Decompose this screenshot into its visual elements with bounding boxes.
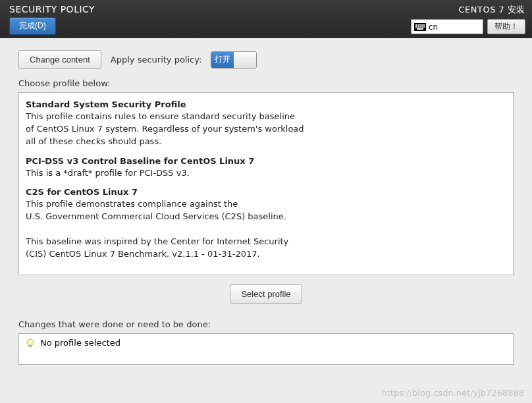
top-bar-right: CENTOS 7 安装 cn 帮助！ xyxy=(411,4,525,34)
profile-item[interactable]: Standard System Security Profile This pr… xyxy=(26,97,506,153)
select-profile-button[interactable]: Select profile xyxy=(230,284,302,304)
profile-list[interactable]: Standard System Security Profile This pr… xyxy=(18,92,514,275)
svg-rect-4 xyxy=(421,24,423,26)
keyboard-icon xyxy=(414,23,426,31)
profile-title: Standard System Security Profile xyxy=(26,99,506,109)
svg-rect-9 xyxy=(421,26,423,28)
svg-rect-11 xyxy=(417,28,423,30)
page-title: SECURITY POLICY xyxy=(9,4,95,14)
toolbar-row: Change content Apply security policy: 打开 xyxy=(18,50,514,69)
svg-rect-3 xyxy=(419,24,421,26)
svg-rect-6 xyxy=(415,26,417,28)
select-profile-row: Select profile xyxy=(18,284,514,304)
keyboard-layout-code: cn xyxy=(429,22,438,32)
svg-point-12 xyxy=(27,339,34,346)
profile-description: This is a *draft* profile for PCI-DSS v3… xyxy=(26,167,506,180)
profile-title: PCI-DSS v3 Control Baseline for CentOS L… xyxy=(26,156,506,166)
done-button[interactable]: 完成(D) xyxy=(9,17,56,35)
profile-item[interactable]: C2S for CentOS Linux 7 This profile demo… xyxy=(26,184,506,275)
top-controls: cn 帮助！ xyxy=(411,19,525,34)
svg-rect-7 xyxy=(417,26,419,28)
keyboard-layout-selector[interactable]: cn xyxy=(411,19,483,34)
toggle-on-segment: 打开 xyxy=(211,52,234,68)
change-content-button[interactable]: Change content xyxy=(18,50,101,69)
top-bar: SECURITY POLICY 完成(D) CENTOS 7 安装 cn 帮助！ xyxy=(0,0,532,38)
svg-rect-10 xyxy=(423,26,425,28)
svg-rect-1 xyxy=(415,24,417,26)
toggle-off-segment xyxy=(234,52,256,68)
help-button[interactable]: 帮助！ xyxy=(487,19,525,34)
apply-policy-toggle[interactable]: 打开 xyxy=(211,51,257,68)
changes-list: No profile selected xyxy=(18,333,514,365)
svg-rect-8 xyxy=(419,26,421,28)
changes-status-text: No profile selected xyxy=(40,338,120,348)
profile-description: This profile contains rules to ensure st… xyxy=(26,111,506,148)
lightbulb-icon xyxy=(26,338,35,351)
profile-title: C2S for CentOS Linux 7 xyxy=(26,187,506,197)
profile-item[interactable]: PCI-DSS v3 Control Baseline for CentOS L… xyxy=(26,153,506,185)
choose-profile-label: Choose profile below: xyxy=(18,78,514,88)
main-content: Change content Apply security policy: 打开… xyxy=(0,38,532,377)
top-bar-left: SECURITY POLICY 完成(D) xyxy=(9,4,95,34)
profile-description: This profile demonstrates compliance aga… xyxy=(26,198,506,275)
changes-label: Changes that were done or need to be don… xyxy=(18,319,514,329)
svg-rect-2 xyxy=(417,24,419,26)
installer-title: CENTOS 7 安装 xyxy=(459,4,525,16)
svg-rect-5 xyxy=(423,24,425,26)
svg-rect-13 xyxy=(29,345,32,347)
watermark: https://blog.csdn.net/yjb7268888 xyxy=(381,388,524,398)
apply-policy-label: Apply security policy: xyxy=(111,55,202,65)
